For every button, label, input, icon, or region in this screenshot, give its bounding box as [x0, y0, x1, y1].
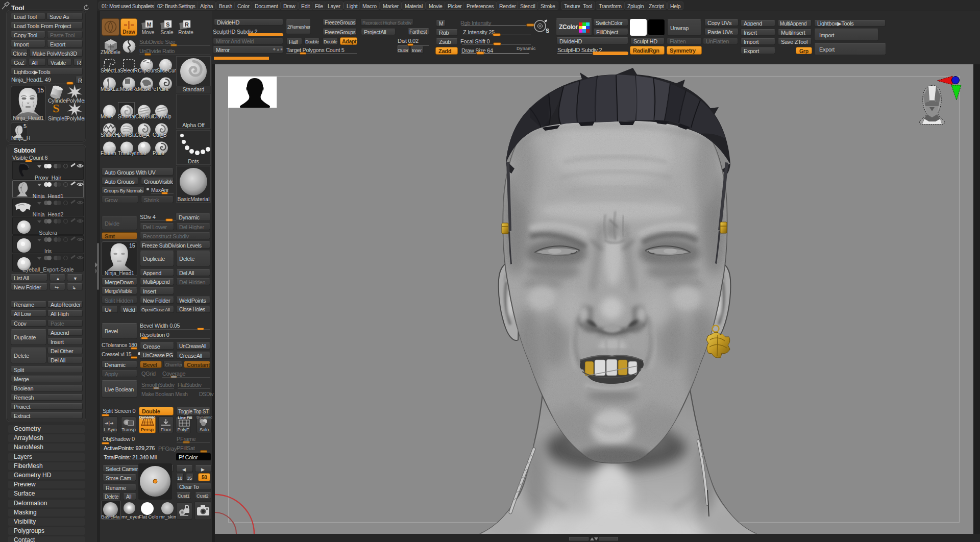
- svg-text:M: M: [146, 21, 151, 28]
- svg-text:S: S: [53, 103, 59, 115]
- svg-text:S: S: [546, 28, 549, 34]
- svg-text:S: S: [166, 21, 169, 28]
- svg-text:R: R: [185, 21, 189, 28]
